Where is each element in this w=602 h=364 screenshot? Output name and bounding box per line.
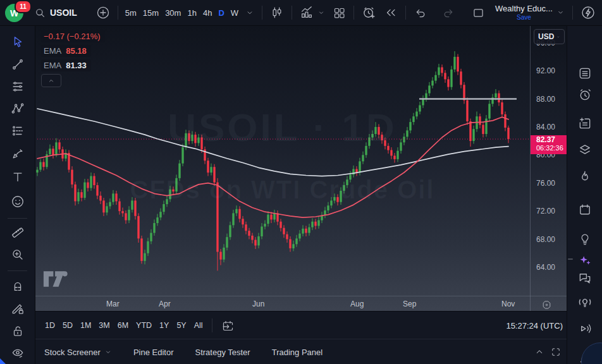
ema-fast-value: 85.18 xyxy=(66,46,87,56)
timeframe-1h[interactable]: 1h xyxy=(184,6,199,20)
lock-all-drawings-tool[interactable] xyxy=(11,324,25,338)
object-tree-button[interactable] xyxy=(578,143,593,157)
watchlist-button[interactable] xyxy=(578,66,593,81)
time-axis-label: Jun xyxy=(252,300,264,308)
hotlists-flame-button[interactable] xyxy=(578,170,593,185)
quick-search-button[interactable] xyxy=(577,3,596,23)
grid-layout-icon xyxy=(333,6,346,20)
emoji-tool[interactable] xyxy=(10,195,25,209)
hide-all-drawings-tool[interactable] xyxy=(10,346,25,361)
live-ideas-button[interactable] xyxy=(578,295,593,310)
save-layout-button[interactable]: Wealthy Educ... Save xyxy=(491,2,568,23)
stock-screener-label: Stock Screener xyxy=(44,348,101,357)
user-menu-button[interactable]: W 11 xyxy=(4,1,30,24)
toolbar-divider xyxy=(118,6,118,20)
fullscreen-button[interactable] xyxy=(548,344,564,360)
chevron-up-icon xyxy=(534,346,545,358)
streams-button[interactable] xyxy=(578,322,593,336)
prediction-tool[interactable] xyxy=(11,124,25,138)
alerts-button[interactable] xyxy=(578,88,593,102)
timeframe-1d[interactable]: D xyxy=(215,6,227,20)
undo-button[interactable] xyxy=(410,4,431,22)
replay-rewind-icon xyxy=(384,6,398,20)
drawing-toolbar xyxy=(0,25,35,364)
range-1d-button[interactable]: 1D xyxy=(41,318,59,333)
timeframe-15m[interactable]: 15m xyxy=(140,6,162,20)
timeframe-1w[interactable]: W xyxy=(228,6,242,20)
currency-select-button[interactable]: USD xyxy=(534,29,565,44)
time-axis-label: Nov xyxy=(501,300,515,308)
trend-line-tool[interactable] xyxy=(11,58,25,71)
layout-select-button[interactable] xyxy=(468,4,489,22)
chart-style-button[interactable] xyxy=(266,3,288,22)
drawer-notch xyxy=(568,258,573,260)
price-tick-label: 76.00 xyxy=(536,179,555,188)
time-axis-label: Apr xyxy=(159,300,171,308)
chat-button[interactable] xyxy=(578,271,593,286)
range-all-button[interactable]: All xyxy=(190,318,207,333)
range-toolbar: 1D 5D 1M 3M 6M YTD 1Y 5Y All 15:27:24 (U… xyxy=(35,311,567,339)
range-5y-button[interactable]: 5Y xyxy=(173,318,190,333)
pine-editor-label: Pine Editor xyxy=(133,348,174,357)
magnet-mode-tool[interactable] xyxy=(11,279,25,293)
top-toolbar: W 11 USOIL 5m 15m 30m 1h 4h D W xyxy=(0,0,602,26)
last-price-label: 82.37 xyxy=(536,136,567,144)
ideas-bulb-button[interactable] xyxy=(578,232,593,246)
bar-replay-button[interactable] xyxy=(380,3,402,22)
ema-fast-legend[interactable]: EMA85.18 xyxy=(41,45,91,57)
fullscreen-icon xyxy=(550,346,562,358)
timeframe-menu-button[interactable] xyxy=(242,6,258,20)
trading-panel-tab[interactable]: Trading Panel xyxy=(272,344,322,361)
open-panel-button[interactable] xyxy=(531,344,548,360)
currency-label: USD xyxy=(538,32,554,41)
go-to-date-button[interactable] xyxy=(218,316,238,336)
candlestick-chart[interactable] xyxy=(35,25,530,296)
range-ytd-button[interactable]: YTD xyxy=(132,318,156,333)
drawing-mode-lock-tool[interactable] xyxy=(10,301,25,316)
legend-collapse-button[interactable] xyxy=(41,74,61,87)
chart-plot-area[interactable]: USOIL · 1D CFDs on WTI Crude Oil −0.17 (… xyxy=(35,25,530,296)
layout-name-label: Wealthy Educ... xyxy=(495,4,553,13)
floating-action-button[interactable] xyxy=(581,343,602,364)
zoom-in-tool[interactable] xyxy=(11,248,25,262)
price-tick-label: 72.00 xyxy=(536,207,555,215)
time-axis[interactable]: MarAprJunAugSepNov xyxy=(35,296,567,312)
range-1m-button[interactable]: 1M xyxy=(77,318,95,333)
ema-label: EMA xyxy=(44,61,61,70)
timeframe-4h[interactable]: 4h xyxy=(200,6,215,20)
create-alert-button[interactable] xyxy=(358,3,380,23)
indicators-button[interactable] xyxy=(296,3,329,22)
range-6m-button[interactable]: 6M xyxy=(114,318,132,333)
notes-button[interactable] xyxy=(578,116,593,131)
range-3m-button[interactable]: 3M xyxy=(95,318,113,333)
timeframe-5m[interactable]: 5m xyxy=(122,6,140,20)
cursor-tool[interactable] xyxy=(11,35,25,49)
symbol-search-button[interactable]: USOIL xyxy=(30,4,81,21)
stock-screener-tab[interactable]: Stock Screener xyxy=(44,344,112,361)
toolbar-divider xyxy=(262,6,262,20)
redo-button[interactable] xyxy=(438,4,459,22)
brush-tool[interactable] xyxy=(11,147,25,161)
range-1y-button[interactable]: 1Y xyxy=(156,318,173,333)
go-to-date-icon xyxy=(221,319,235,332)
price-axis[interactable]: USD 96.0092.0088.0084.0080.0076.0072.006… xyxy=(530,25,567,311)
layout-grid-button[interactable] xyxy=(329,4,350,22)
ai-sparkles-button[interactable] xyxy=(578,253,592,267)
strategy-tester-tab[interactable]: Strategy Tester xyxy=(195,344,250,361)
price-change-label: −0.17 (−0.21%) xyxy=(41,30,105,42)
ema-slow-legend[interactable]: EMA81.33 xyxy=(41,59,91,71)
fib-retracement-tool[interactable] xyxy=(11,80,25,94)
chevron-down-icon xyxy=(556,8,565,16)
trading-panel-label: Trading Panel xyxy=(272,348,322,357)
clock-utc-label[interactable]: 15:27:24 (UTC) xyxy=(506,321,563,331)
text-tool[interactable] xyxy=(11,170,25,184)
timeframe-30m[interactable]: 30m xyxy=(162,6,184,20)
xabcd-pattern-tool[interactable] xyxy=(10,102,25,116)
measure-ruler-tool[interactable] xyxy=(10,226,25,240)
range-5d-button[interactable]: 5D xyxy=(59,318,77,333)
pine-editor-tab[interactable]: Pine Editor xyxy=(133,344,174,361)
price-tick-label: 64.00 xyxy=(536,263,555,272)
compare-add-button[interactable] xyxy=(92,3,114,22)
calendar-button[interactable] xyxy=(578,203,593,217)
ema-slow-value: 81.33 xyxy=(66,61,87,70)
